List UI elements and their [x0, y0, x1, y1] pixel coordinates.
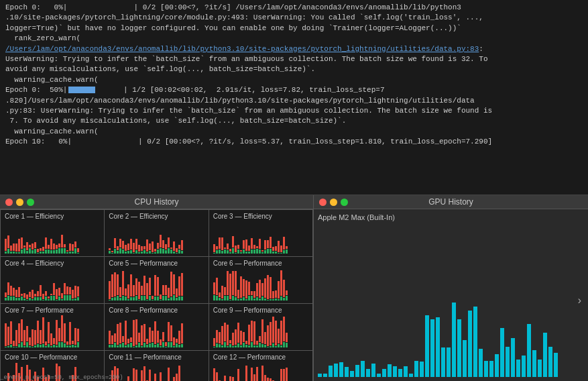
cpu-cell-title: Core 7 — Performance — [5, 307, 100, 314]
cpu-bar-user — [272, 247, 274, 251]
cpu-cell-title: Core 1 — Efficiency — [5, 213, 100, 220]
cpu-chart — [109, 268, 204, 301]
cpu-bar-sys — [219, 250, 221, 254]
minimize-icon[interactable] — [16, 199, 23, 206]
cpu-bar-group — [114, 272, 116, 301]
cpu-bar-sys — [248, 252, 250, 254]
cpu-bar-user — [240, 276, 242, 298]
close-icon[interactable] — [319, 199, 327, 206]
cpu-bar-user — [168, 322, 170, 341]
cpu-bar-group — [286, 246, 288, 254]
cpu-bar-group — [259, 280, 261, 301]
cpu-bar-user — [66, 286, 68, 294]
cpu-bar-user — [74, 241, 76, 248]
cpu-bar-group — [143, 276, 145, 301]
cpu-bar-sys — [32, 250, 34, 254]
cpu-bar-group — [77, 248, 79, 254]
cpu-bar-user — [117, 246, 119, 250]
cpu-bar-sys — [286, 343, 288, 347]
cpu-chart — [109, 221, 204, 254]
cpu-bar-group — [248, 282, 250, 301]
cpu-bar-user — [146, 239, 148, 252]
cpu-bar-group — [157, 331, 159, 347]
cpu-bar-sys — [176, 343, 178, 347]
cpu-bar-sys — [141, 346, 143, 347]
cpu-bar-sys — [256, 297, 258, 301]
scroll-right-icon[interactable]: › — [576, 295, 583, 307]
cpu-bar-group — [58, 288, 60, 301]
cpu-bar-sys — [275, 252, 277, 254]
cpu-bar-user — [133, 320, 135, 346]
cpu-bar-user — [125, 288, 127, 296]
cpu-bar-sys — [165, 347, 167, 347]
cpu-bar-user — [275, 246, 277, 251]
close-icon[interactable] — [5, 199, 13, 206]
cpu-bar-group — [261, 283, 263, 301]
cpu-bar-sys — [72, 299, 74, 301]
gpu-bar — [543, 333, 547, 377]
cpu-bar-sys — [259, 298, 261, 301]
cpu-bar-sys — [32, 299, 34, 301]
cpu-bar-sys — [248, 296, 250, 301]
cpu-bar-group — [114, 238, 116, 254]
cpu-bar-user — [176, 288, 178, 297]
cpu-bar-group — [157, 243, 159, 254]
gpu-bar — [554, 353, 558, 377]
cpu-bar-user — [135, 239, 137, 250]
cpu-bar-group — [117, 324, 119, 347]
cpu-bar-sys — [165, 250, 167, 254]
cpu-bar-user — [66, 341, 68, 345]
cpu-bar-user — [259, 336, 261, 342]
cpu-bar-sys — [122, 250, 124, 254]
cpu-bar-user — [149, 243, 151, 250]
cpu-bar-sys — [232, 296, 234, 301]
cpu-bar-sys — [270, 346, 272, 347]
cpu-bar-user — [235, 246, 237, 252]
cpu-bar-user — [143, 246, 145, 250]
cpu-bar-group — [235, 271, 237, 301]
cpu-cell-title: Core 2 — Efficiency — [109, 213, 204, 220]
cpu-bar-group — [229, 249, 231, 254]
cpu-bar-sys — [149, 343, 151, 347]
cpu-cell-title: Core 4 — Efficiency — [5, 260, 100, 267]
cpu-bar-sys — [240, 252, 242, 254]
cpu-bar-user — [259, 280, 261, 298]
cpu-cell: Core 6 — Performance — [209, 257, 312, 303]
cpu-bar-user — [216, 278, 218, 295]
gpu-bar — [500, 328, 504, 377]
cpu-panel: CPU History Core 1 — EfficiencyCore 2 — … — [0, 195, 314, 381]
cpu-bar-group — [111, 251, 113, 254]
cpu-cell: Core 4 — Efficiency — [1, 257, 104, 303]
terminal-line: .10/site-packages/pytorch_lightning/core… — [5, 13, 583, 23]
cpu-bar-user — [261, 283, 263, 296]
cpu-bar-sys — [26, 251, 28, 254]
cpu-bar-group — [34, 294, 36, 301]
cpu-bar-user — [109, 248, 111, 250]
cpu-bar-group — [64, 323, 66, 347]
maximize-icon[interactable] — [27, 199, 34, 206]
cpu-bar-group — [168, 322, 170, 347]
cpu-bar-group — [152, 296, 154, 301]
cpu-bar-user — [18, 287, 20, 297]
cpu-bar-group — [283, 280, 285, 301]
cpu-bar-sys — [13, 347, 15, 347]
cpu-bar-group — [26, 242, 28, 254]
cpu-bar-group — [160, 294, 162, 301]
cpu-chart — [213, 268, 308, 301]
terminal-epoch-line: Epoch 10: 0%| | 0/2 [00:00<?, ?it/s, los… — [5, 137, 583, 147]
cpu-bar-sys — [280, 296, 282, 301]
cpu-chart — [213, 221, 308, 254]
cpu-bar-group — [146, 239, 148, 254]
gpu-traffic-lights — [319, 199, 348, 206]
maximize-icon[interactable] — [341, 199, 348, 206]
minimize-icon[interactable] — [330, 199, 337, 206]
cpu-bar-group — [213, 244, 215, 254]
cpu-bar-group — [221, 286, 223, 301]
cpu-bar-user — [176, 248, 178, 252]
cpu-bar-sys — [61, 248, 63, 254]
cpu-bar-group — [50, 239, 52, 254]
cpu-bar-sys — [125, 296, 127, 301]
cpu-bar-sys — [135, 345, 137, 347]
cpu-bar-group — [125, 245, 127, 254]
gpu-bar — [495, 354, 499, 377]
